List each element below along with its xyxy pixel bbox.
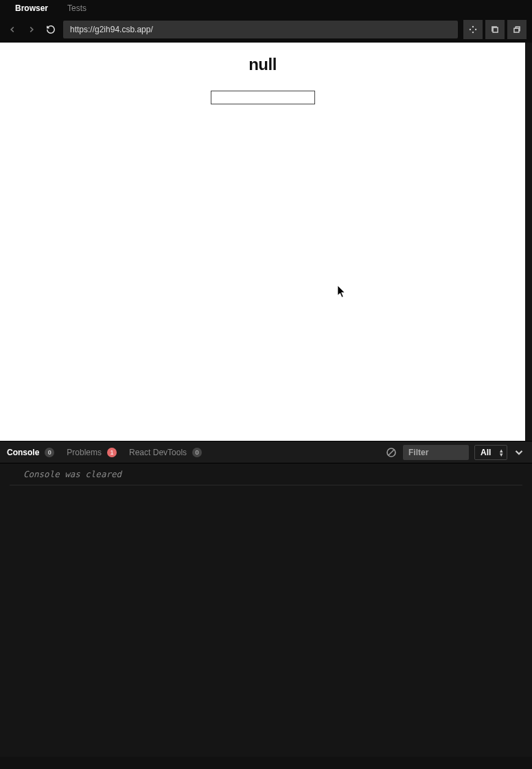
- console-output[interactable]: Console was cleared: [0, 463, 532, 757]
- tab-tests[interactable]: Tests: [58, 1, 96, 16]
- address-bar[interactable]: [63, 21, 458, 38]
- collapse-panel-button[interactable]: [513, 446, 525, 459]
- devtools-tab-console[interactable]: Console 0: [7, 448, 54, 457]
- devtools-toolbar-right: All ▴▾: [385, 445, 525, 460]
- svg-point-0: [472, 26, 474, 27]
- svg-point-3: [475, 29, 476, 30]
- clear-console-button[interactable]: [385, 446, 397, 459]
- move-icon: [468, 25, 478, 34]
- chevron-right-icon: [27, 25, 36, 34]
- browser-toolbar: [0, 16, 532, 43]
- tab-browser[interactable]: Browser: [5, 1, 58, 16]
- devtools-tab-problems[interactable]: Problems 1: [67, 448, 117, 457]
- clear-icon: [385, 446, 397, 459]
- devtools-tab-label: Problems: [67, 448, 102, 457]
- move-button[interactable]: [463, 20, 483, 39]
- log-level-select-wrap: All ▴▾: [474, 445, 507, 460]
- devtools-tab-label: Console: [7, 448, 39, 457]
- new-window-icon: [490, 25, 500, 34]
- bottom-status-bar: [0, 757, 532, 769]
- problems-count-badge: 1: [107, 448, 117, 457]
- console-filter-input[interactable]: [403, 445, 469, 460]
- chevron-down-icon: [513, 446, 525, 459]
- restore-window-icon: [512, 25, 522, 34]
- svg-rect-4: [493, 27, 498, 32]
- page-title: null: [248, 55, 277, 74]
- top-tab-bar: Browser Tests: [0, 0, 532, 16]
- console-cleared-message: Console was cleared: [10, 468, 522, 485]
- devtools-tab-react[interactable]: React DevTools 0: [129, 448, 202, 457]
- devtools-tab-bar: Console 0 Problems 1 React DevTools 0 Al…: [0, 441, 532, 463]
- svg-point-2: [470, 29, 471, 30]
- preview-viewport: null: [0, 43, 525, 441]
- svg-line-7: [389, 450, 394, 455]
- devtools-tab-label: React DevTools: [129, 448, 187, 457]
- restore-window-button[interactable]: [507, 20, 527, 39]
- log-level-select[interactable]: All: [474, 445, 507, 460]
- toolbar-right-group: [463, 20, 527, 39]
- back-button[interactable]: [5, 23, 19, 36]
- console-count-badge: 0: [45, 448, 54, 457]
- new-window-button[interactable]: [485, 20, 505, 39]
- svg-point-1: [472, 32, 474, 33]
- svg-rect-5: [514, 28, 519, 32]
- reload-button[interactable]: [44, 23, 58, 36]
- mouse-cursor-icon: [338, 286, 346, 298]
- reload-icon: [46, 25, 56, 34]
- chevron-left-icon: [8, 25, 17, 34]
- react-count-badge: 0: [192, 448, 202, 457]
- page-text-input[interactable]: [211, 91, 315, 104]
- forward-button[interactable]: [25, 23, 38, 36]
